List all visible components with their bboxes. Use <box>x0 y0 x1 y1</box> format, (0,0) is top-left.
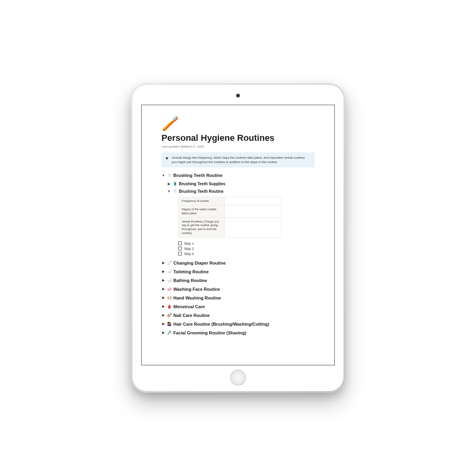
chevron-right-icon: ▶ <box>167 182 171 186</box>
soap-icon: 🧼 <box>167 287 172 291</box>
toggle-toileting[interactable]: ▶ 🚽 Toileting Routine <box>161 269 315 274</box>
toggle-label: Hair Care Routine (Brushing/Washing/Cutt… <box>173 322 269 326</box>
page-icon[interactable]: 🪥 <box>161 116 315 131</box>
step-item[interactable]: Step 1 <box>178 242 315 246</box>
steps-list: Step 1 Step 2 Step 3 <box>178 242 315 256</box>
toggle-hand-washing[interactable]: ▶ 🙌🏼 Hand Washing Routine <box>161 296 315 300</box>
toggle-nail-care[interactable]: ▶ 💅🏼 Nail Care Routine <box>161 313 315 318</box>
toggle-brushing-teeth[interactable]: ▼ 🦷 Brushing Teeth Routine <box>161 173 315 178</box>
chevron-right-icon: ▶ <box>161 278 165 282</box>
page-content: 🪥 Personal Hygiene Routines Last updated… <box>142 105 334 347</box>
chevron-right-icon: ▶ <box>161 331 165 334</box>
safety-pin-icon: 🧷 <box>167 261 172 265</box>
toggle-brushing-supplies[interactable]: ▶ 🧵 Brushing Teeth Supplies <box>167 182 315 186</box>
last-updated-label: Last updated <box>161 145 180 148</box>
toggle-menstrual-care[interactable]: ▶ 🩸 Menstrual Care <box>161 304 315 309</box>
checkbox[interactable] <box>178 247 182 250</box>
table-row[interactable]: Verbal Routines (Things you say to get t… <box>178 217 281 237</box>
blood-drop-icon: 🩸 <box>167 304 172 309</box>
ipad-device-frame: 🪥 Personal Hygiene Routines Last updated… <box>131 83 345 393</box>
screen: 🪥 Personal Hygiene Routines Last updated… <box>141 105 335 365</box>
step-label: Step 3 <box>184 252 194 256</box>
step-label: Step 1 <box>184 242 194 246</box>
page-title: Personal Hygiene Routines <box>161 133 315 143</box>
step-item[interactable]: Step 2 <box>178 247 315 251</box>
toggle-changing-diaper[interactable]: ▶ 🧷 Changing Diaper Routine <box>161 261 315 265</box>
callout-text: Include things like frequency, which day… <box>172 155 311 164</box>
table-cell-label: Frequency of routine <box>178 197 225 205</box>
routine-meta-table: Frequency of routine Day(s) of the week … <box>178 197 315 237</box>
step-label: Step 2 <box>184 247 194 251</box>
chevron-down-icon: ▼ <box>167 190 171 193</box>
bathtub-icon: 🛁 <box>167 278 172 282</box>
haircut-icon: 💇🏽‍♀️ <box>167 322 172 326</box>
toggle-label: Facial Grooming Routine (Shaving) <box>173 330 246 335</box>
checkbox[interactable] <box>178 242 182 245</box>
table-cell-label: Day(s) of the week routine takes place <box>178 205 225 218</box>
chevron-right-icon: ▶ <box>161 313 165 317</box>
razor-icon: 🪒 <box>167 330 172 335</box>
toggle-facial-grooming[interactable]: ▶ 🪒 Facial Grooming Routine (Shaving) <box>161 330 315 335</box>
raised-hands-icon: 🙌🏼 <box>167 296 172 300</box>
tooth-icon: 🦷 <box>167 173 172 178</box>
toggle-label: Toileting Routine <box>173 269 209 274</box>
chevron-right-icon: ▶ <box>161 322 165 326</box>
toggle-hair-care[interactable]: ▶ 💇🏽‍♀️ Hair Care Routine (Brushing/Wash… <box>161 322 315 326</box>
callout-icon: ✱ <box>165 156 169 164</box>
last-updated-date[interactable]: @March 2, 2024 <box>180 145 204 148</box>
chevron-right-icon: ▶ <box>161 261 165 265</box>
toggle-bathing[interactable]: ▶ 🛁 Bathing Routine <box>161 278 315 283</box>
toggle-brushing-routine-inner[interactable]: ▼ 🦷 Brushing Teeth Routine <box>167 189 315 194</box>
step-item[interactable]: Step 3 <box>178 252 315 256</box>
toggle-label: Bathing Routine <box>173 278 207 283</box>
last-updated: Last updated @March 2, 2024 <box>161 145 315 148</box>
toggle-washing-face[interactable]: ▶ 🧼 Washing Face Routine <box>161 287 315 292</box>
toggle-label: Nail Care Routine <box>173 313 210 318</box>
ipad-home-button[interactable] <box>230 370 246 386</box>
chevron-right-icon: ▶ <box>161 296 165 299</box>
ipad-bezel: 🪥 Personal Hygiene Routines Last updated… <box>132 85 344 391</box>
chevron-right-icon: ▶ <box>161 287 165 291</box>
chevron-down-icon: ▼ <box>161 174 165 177</box>
toggle-label: Brushing Teeth Routine <box>173 173 223 178</box>
toggle-label: Brushing Teeth Supplies <box>179 182 225 186</box>
checkbox[interactable] <box>178 252 182 255</box>
table-cell-label: Verbal Routines (Things you say to get t… <box>178 217 225 237</box>
toggle-label: Changing Diaper Routine <box>173 261 226 265</box>
thread-icon: 🧵 <box>173 182 177 186</box>
table-cell-value[interactable] <box>225 197 281 205</box>
toggle-label: Brushing Teeth Routine <box>179 189 224 194</box>
ipad-camera <box>236 94 240 98</box>
callout-block: ✱ Include things like frequency, which d… <box>161 152 315 167</box>
toggle-label: Hand Washing Routine <box>173 296 221 300</box>
table-cell-value[interactable] <box>225 205 281 218</box>
tooth-icon: 🦷 <box>173 189 177 194</box>
toggle-label: Menstrual Care <box>173 304 205 309</box>
nail-polish-icon: 💅🏼 <box>167 313 172 317</box>
chevron-right-icon: ▶ <box>161 270 165 273</box>
table-row[interactable]: Frequency of routine <box>178 197 281 205</box>
table-row[interactable]: Day(s) of the week routine takes place <box>178 205 281 218</box>
table-cell-value[interactable] <box>225 217 281 237</box>
toggle-label: Washing Face Routine <box>173 287 220 292</box>
toilet-icon: 🚽 <box>167 269 172 274</box>
chevron-right-icon: ▶ <box>161 305 165 308</box>
